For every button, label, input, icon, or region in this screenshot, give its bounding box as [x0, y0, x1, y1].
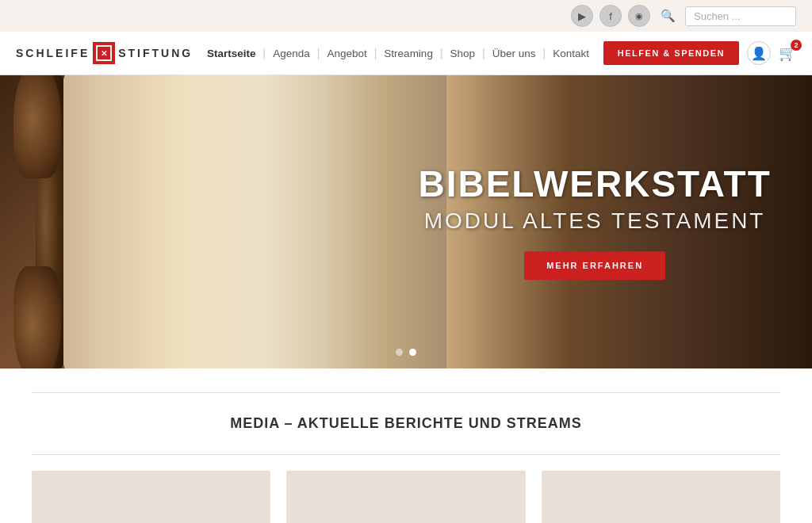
scroll-visual — [0, 75, 446, 368]
facebook-icon[interactable]: f — [599, 5, 622, 27]
nav-link-startseite[interactable]: Startseite — [201, 48, 262, 59]
search-icon-button[interactable]: 🔍 — [657, 5, 679, 27]
site-logo[interactable]: SCHLEIFE ✕ STIFTUNG — [16, 42, 193, 64]
hero-content: BIBELWERKSTATT MODUL ALTES TESTAMENT MEH… — [418, 164, 771, 280]
mehr-erfahren-button[interactable]: MEHR ERFAHREN — [524, 251, 665, 280]
media-section-title: MEDIA – AKTUELLE BERICHTE UND STREAMS — [32, 393, 780, 454]
bottom-divider — [32, 454, 780, 455]
slider-dot-2[interactable] — [409, 349, 416, 356]
hero-title: BIBELWERKSTATT — [418, 164, 771, 204]
nav-item-startseite[interactable]: Startseite — [201, 48, 262, 59]
main-navigation: SCHLEIFE ✕ STIFTUNG Startseite | Agenda … — [0, 32, 812, 75]
search-input[interactable] — [685, 6, 796, 26]
hero-subtitle: MODUL ALTES TESTAMENT — [418, 208, 771, 234]
nav-item-shop[interactable]: Shop — [444, 48, 482, 59]
logo-icon: ✕ — [93, 42, 115, 64]
instagram-icon[interactable]: ◉ — [628, 5, 650, 27]
slider-dots — [396, 349, 416, 356]
below-hero-section: MEDIA – AKTUELLE BERICHTE UND STREAMS — [0, 368, 812, 523]
nav-link-kontakt[interactable]: Kontakt — [546, 48, 596, 59]
nav-link-angebot[interactable]: Angebot — [320, 48, 373, 59]
nav-link-agenda[interactable]: Agenda — [266, 48, 316, 59]
cart-badge: 2 — [791, 40, 802, 51]
slider-dot-1[interactable] — [396, 349, 403, 356]
nav-item-ueberuns[interactable]: Über uns — [486, 48, 542, 59]
nav-item-angebot[interactable]: Angebot — [320, 48, 373, 59]
media-card-1[interactable] — [32, 471, 270, 523]
nav-item-agenda[interactable]: Agenda — [266, 48, 316, 59]
nav-item-streaming[interactable]: Streaming — [377, 48, 439, 59]
youtube-icon[interactable]: ▶ — [571, 5, 593, 27]
nav-item-kontakt[interactable]: Kontakt — [546, 48, 596, 59]
nav-links: Startseite | Agenda | Angebot | Streamin… — [201, 47, 596, 59]
cart-icon-button[interactable]: 🛒 2 — [779, 44, 796, 62]
nav-link-ueberuns[interactable]: Über uns — [486, 48, 542, 59]
top-bar: ▶ f ◉ 🔍 — [0, 0, 812, 32]
user-icon-button[interactable]: 👤 — [747, 41, 771, 65]
logo-text-stiftung: STIFTUNG — [118, 47, 193, 59]
nav-link-shop[interactable]: Shop — [444, 48, 482, 59]
nav-right: HELFEN & SPENDEN 👤 🛒 2 — [603, 41, 796, 65]
media-card-2[interactable] — [286, 471, 525, 523]
hero-slider: BIBELWERKSTATT MODUL ALTES TESTAMENT MEH… — [0, 75, 812, 368]
donate-button[interactable]: HELFEN & SPENDEN — [603, 41, 739, 65]
media-cards-row — [32, 471, 780, 523]
nav-link-streaming[interactable]: Streaming — [377, 48, 439, 59]
media-card-3[interactable] — [542, 471, 780, 523]
logo-text-schleife: SCHLEIFE — [16, 47, 90, 59]
